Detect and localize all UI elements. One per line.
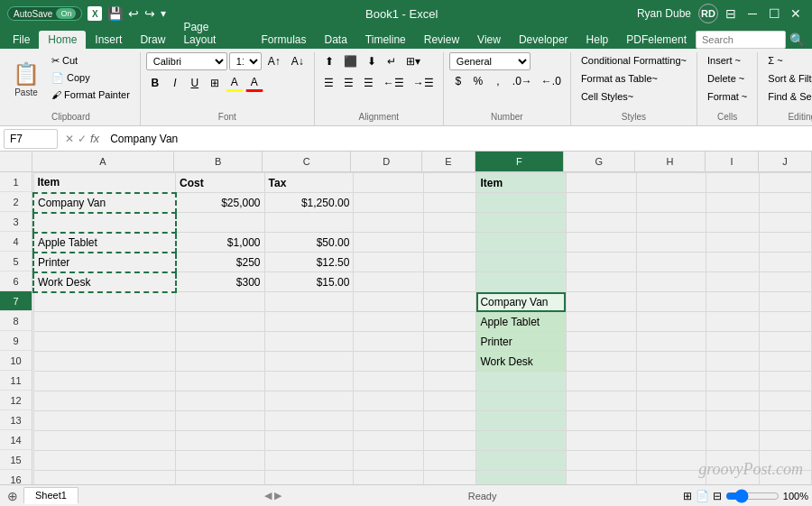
cell-F11[interactable] bbox=[476, 372, 566, 391]
cell-J16[interactable] bbox=[759, 471, 811, 485]
cell-G14[interactable] bbox=[566, 431, 636, 451]
cell-G8[interactable] bbox=[566, 312, 636, 332]
fill-color-button[interactable]: A bbox=[226, 74, 244, 92]
cell-styles-button[interactable]: Cell Styles~ bbox=[577, 88, 638, 105]
cell-I14[interactable] bbox=[706, 431, 759, 451]
cell-E7[interactable] bbox=[424, 292, 476, 312]
normal-view-icon[interactable]: ⊞ bbox=[683, 490, 692, 502]
cell-A15[interactable] bbox=[33, 451, 176, 471]
cell-F9[interactable]: Printer bbox=[476, 332, 566, 352]
font-name-select[interactable]: Calibri bbox=[146, 52, 227, 70]
cell-I13[interactable] bbox=[706, 411, 759, 431]
align-center-button[interactable]: ☰ bbox=[340, 74, 358, 92]
tab-review[interactable]: Review bbox=[415, 31, 468, 49]
cell-reference-input[interactable] bbox=[4, 129, 58, 149]
cell-I16[interactable] bbox=[706, 471, 759, 485]
cell-B5[interactable]: $250 bbox=[176, 253, 264, 272]
cell-B8[interactable] bbox=[176, 312, 264, 332]
cell-C13[interactable] bbox=[264, 411, 354, 431]
formula-input[interactable] bbox=[106, 131, 808, 147]
ribbon-display-icon[interactable]: ⊟ bbox=[725, 6, 736, 21]
cell-G5[interactable] bbox=[566, 253, 636, 272]
cell-D9[interactable] bbox=[354, 332, 424, 352]
cell-J1[interactable] bbox=[759, 173, 811, 193]
col-header-A[interactable]: A bbox=[32, 152, 174, 171]
page-layout-icon[interactable]: 📄 bbox=[696, 490, 709, 502]
row-num-6[interactable]: 6 bbox=[0, 271, 32, 291]
cell-F7[interactable]: Company Van 📋 (Ctrl) ▾ bbox=[476, 292, 566, 312]
cell-H7[interactable] bbox=[636, 292, 706, 312]
border-button[interactable]: ⊞ bbox=[206, 74, 224, 92]
cell-B2[interactable]: $25,000 bbox=[176, 193, 264, 213]
cell-G6[interactable] bbox=[566, 272, 636, 292]
col-header-I[interactable]: I bbox=[706, 152, 759, 171]
user-avatar[interactable]: RD bbox=[698, 4, 718, 23]
tab-developer[interactable]: Developer bbox=[510, 31, 577, 49]
decrease-font-button[interactable]: A↓ bbox=[287, 52, 309, 70]
increase-decimal-button[interactable]: .0→ bbox=[509, 72, 536, 90]
cell-C9[interactable] bbox=[264, 332, 354, 352]
cell-J5[interactable] bbox=[759, 253, 811, 272]
insert-button[interactable]: Insert ~ bbox=[703, 52, 745, 69]
cell-F1[interactable]: Item bbox=[476, 173, 566, 193]
cell-H1[interactable] bbox=[636, 173, 706, 193]
cell-D2[interactable] bbox=[354, 193, 424, 213]
cell-C2[interactable]: $1,250.00 bbox=[264, 193, 354, 213]
cell-E3[interactable] bbox=[424, 213, 476, 233]
cell-B7[interactable] bbox=[176, 292, 264, 312]
row-num-1[interactable]: 1 bbox=[0, 172, 32, 192]
cell-D3[interactable] bbox=[354, 213, 424, 233]
cell-D14[interactable] bbox=[354, 431, 424, 451]
cell-G10[interactable] bbox=[566, 352, 636, 372]
cell-F10[interactable]: Work Desk bbox=[476, 352, 566, 372]
cell-C7[interactable] bbox=[264, 292, 354, 312]
cell-I6[interactable] bbox=[706, 272, 759, 292]
cell-F16[interactable] bbox=[476, 471, 566, 485]
tab-home[interactable]: Home bbox=[39, 31, 86, 49]
bold-button[interactable]: B bbox=[146, 74, 164, 92]
sheet-tab-sheet1[interactable]: Sheet1 bbox=[23, 487, 78, 504]
col-header-F[interactable]: F bbox=[475, 152, 564, 171]
col-header-C[interactable]: C bbox=[263, 152, 351, 171]
cell-E9[interactable] bbox=[424, 332, 476, 352]
cell-H5[interactable] bbox=[636, 253, 706, 272]
row-num-8[interactable]: 8 bbox=[0, 311, 32, 331]
conditional-formatting-button[interactable]: Conditional Formatting~ bbox=[577, 52, 691, 69]
cell-C6[interactable]: $15.00 bbox=[264, 272, 354, 292]
cell-J3[interactable] bbox=[759, 213, 811, 233]
indent-decrease-button[interactable]: ←☰ bbox=[380, 74, 408, 92]
add-sheet-button[interactable]: ⊕ bbox=[4, 489, 22, 503]
cell-D4[interactable] bbox=[354, 233, 424, 253]
cell-B3[interactable] bbox=[176, 213, 264, 233]
cell-I12[interactable] bbox=[706, 391, 759, 411]
cell-H9[interactable] bbox=[636, 332, 706, 352]
cell-A8[interactable] bbox=[33, 312, 176, 332]
align-right-button[interactable]: ☰ bbox=[360, 74, 378, 92]
cell-A16[interactable] bbox=[33, 471, 176, 485]
cell-J7[interactable] bbox=[759, 292, 811, 312]
row-num-2[interactable]: 2 bbox=[0, 192, 32, 212]
font-color-button[interactable]: A bbox=[245, 74, 263, 92]
cell-A14[interactable] bbox=[33, 431, 176, 451]
cell-C14[interactable] bbox=[264, 431, 354, 451]
cell-F4[interactable] bbox=[476, 233, 566, 253]
cell-D11[interactable] bbox=[354, 372, 424, 391]
cell-D10[interactable] bbox=[354, 352, 424, 372]
indent-increase-button[interactable]: →☰ bbox=[410, 74, 438, 92]
row-num-12[interactable]: 12 bbox=[0, 391, 32, 410]
cell-E4[interactable] bbox=[424, 233, 476, 253]
row-num-14[interactable]: 14 bbox=[0, 430, 32, 450]
cell-I4[interactable] bbox=[706, 233, 759, 253]
cell-B16[interactable] bbox=[176, 471, 264, 485]
page-break-icon[interactable]: ⊟ bbox=[713, 490, 722, 502]
cell-E13[interactable] bbox=[424, 411, 476, 431]
tab-formulas[interactable]: Formulas bbox=[252, 31, 315, 49]
format-button[interactable]: Format ~ bbox=[703, 88, 752, 105]
cell-J11[interactable] bbox=[759, 372, 811, 391]
cell-B13[interactable] bbox=[176, 411, 264, 431]
cell-G4[interactable] bbox=[566, 233, 636, 253]
percent-button[interactable]: % bbox=[469, 72, 487, 90]
cell-I2[interactable] bbox=[706, 193, 759, 213]
cell-D5[interactable] bbox=[354, 253, 424, 272]
cell-D12[interactable] bbox=[354, 391, 424, 411]
